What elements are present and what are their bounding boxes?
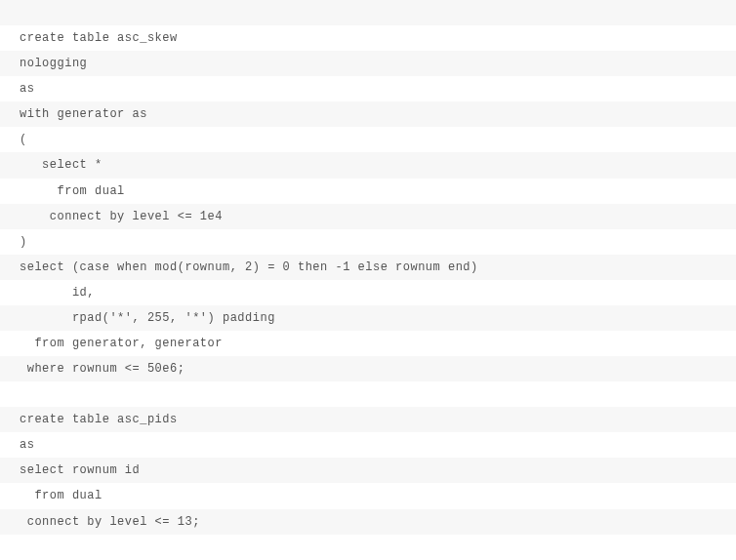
- code-line: id,: [0, 280, 736, 305]
- code-line: (: [0, 127, 736, 152]
- code-line: [0, 0, 736, 25]
- code-line: connect by level <= 13;: [0, 509, 736, 535]
- code-line: where rownum <= 50e6;: [0, 356, 736, 381]
- code-line: create table asc_skew: [0, 25, 736, 51]
- code-line: as: [0, 76, 736, 101]
- code-line: connect by level <= 1e4: [0, 204, 736, 229]
- code-line: from dual: [0, 179, 736, 204]
- sql-code-block: create table asc_skew nologging as with …: [0, 0, 736, 560]
- code-line: ): [0, 229, 736, 255]
- code-line: [0, 535, 736, 560]
- code-line: nologging: [0, 51, 736, 76]
- code-line: create table asc_pids: [0, 407, 736, 432]
- code-line: select (case when mod(rownum, 2) = 0 the…: [0, 255, 736, 280]
- code-line: from generator, generator: [0, 331, 736, 356]
- code-line: with generator as: [0, 101, 736, 127]
- code-line: select *: [0, 152, 736, 178]
- code-line: select rownum id: [0, 458, 736, 483]
- code-line: from dual: [0, 483, 736, 508]
- code-line: rpad('*', 255, '*') padding: [0, 305, 736, 331]
- code-line: as: [0, 432, 736, 458]
- code-line: [0, 381, 736, 407]
